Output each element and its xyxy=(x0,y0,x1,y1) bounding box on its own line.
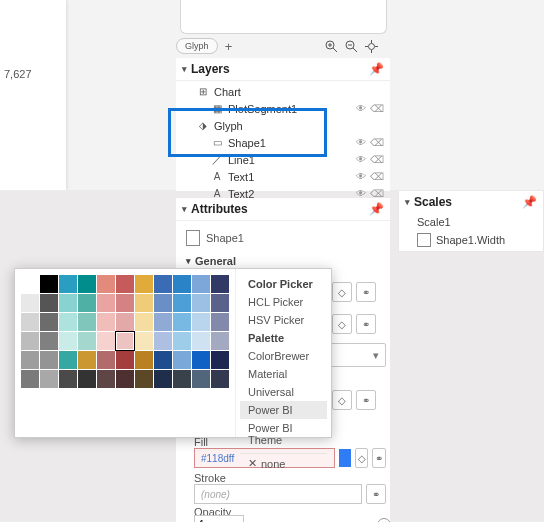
color-swatch[interactable] xyxy=(59,294,77,312)
attr-general-section[interactable]: ▾General xyxy=(186,255,380,267)
color-swatch[interactable] xyxy=(211,370,229,388)
color-swatch[interactable] xyxy=(97,275,115,293)
color-swatch[interactable] xyxy=(173,370,191,388)
color-swatch[interactable] xyxy=(21,275,39,293)
eye-icon[interactable]: 👁 xyxy=(356,171,366,182)
scales-header[interactable]: ▾ Scales 📌 xyxy=(399,191,543,213)
tree-text1[interactable]: AText1👁⌫ xyxy=(176,168,390,185)
color-swatch[interactable] xyxy=(40,351,58,369)
color-swatch[interactable] xyxy=(78,294,96,312)
erase-icon[interactable]: ⌫ xyxy=(370,103,384,114)
color-swatch[interactable] xyxy=(78,370,96,388)
bind-button[interactable]: ◇ xyxy=(332,314,352,334)
color-swatch[interactable] xyxy=(211,294,229,312)
glyph-chip[interactable]: Glyph xyxy=(176,38,218,54)
color-swatch[interactable] xyxy=(211,275,229,293)
color-swatch[interactable] xyxy=(135,351,153,369)
color-swatch[interactable] xyxy=(135,313,153,331)
color-swatch[interactable] xyxy=(192,332,210,350)
eye-icon[interactable]: 👁 xyxy=(356,137,366,148)
add-glyph-button[interactable]: + xyxy=(222,39,236,53)
color-swatch[interactable] xyxy=(192,294,210,312)
color-swatch[interactable] xyxy=(21,313,39,331)
eye-icon[interactable]: 👁 xyxy=(356,103,366,114)
color-swatch[interactable] xyxy=(97,332,115,350)
link-button[interactable]: ⚭ xyxy=(372,448,386,468)
picker-hsv[interactable]: HSV Picker xyxy=(240,311,327,329)
color-swatch[interactable] xyxy=(173,332,191,350)
layers-header[interactable]: ▾ Layers 📌 xyxy=(176,58,390,81)
color-swatch[interactable] xyxy=(59,275,77,293)
picker-universal[interactable]: Universal xyxy=(240,383,327,401)
color-swatch[interactable] xyxy=(116,370,134,388)
color-swatch[interactable] xyxy=(78,332,96,350)
color-swatch[interactable] xyxy=(211,313,229,331)
bind-button[interactable]: ◇ xyxy=(355,448,369,468)
color-swatch[interactable] xyxy=(97,294,115,312)
erase-icon[interactable]: ⌫ xyxy=(370,154,384,165)
color-swatch[interactable] xyxy=(173,294,191,312)
color-swatch[interactable] xyxy=(173,313,191,331)
color-swatch[interactable] xyxy=(97,313,115,331)
color-swatch[interactable] xyxy=(116,294,134,312)
zoom-out-icon[interactable] xyxy=(344,39,358,53)
color-swatch[interactable] xyxy=(173,275,191,293)
bind-button[interactable]: ◇ xyxy=(332,390,352,410)
pin-icon[interactable]: 📌 xyxy=(369,202,384,216)
color-swatch[interactable] xyxy=(97,351,115,369)
picker-powerbitheme[interactable]: Power BI Theme xyxy=(240,419,327,449)
color-swatch[interactable] xyxy=(135,370,153,388)
link-button[interactable]: ⚭ xyxy=(356,390,376,410)
picker-colorbrewer[interactable]: ColorBrewer xyxy=(240,347,327,365)
color-swatch[interactable] xyxy=(21,370,39,388)
tree-chart[interactable]: ⊞Chart xyxy=(176,83,390,100)
color-swatch[interactable] xyxy=(59,351,77,369)
tree-shape1[interactable]: ▭Shape1👁⌫ xyxy=(176,134,390,151)
color-swatch[interactable] xyxy=(116,351,134,369)
picker-hcl[interactable]: HCL Picker xyxy=(240,293,327,311)
color-swatch[interactable] xyxy=(135,275,153,293)
color-swatch[interactable] xyxy=(154,275,172,293)
color-swatch[interactable] xyxy=(154,370,172,388)
color-swatch[interactable] xyxy=(173,351,191,369)
color-swatch[interactable] xyxy=(59,313,77,331)
pin-icon[interactable]: 📌 xyxy=(522,195,537,209)
color-swatch[interactable] xyxy=(154,351,172,369)
tree-plotsegment[interactable]: ▦PlotSegment1👁⌫ xyxy=(176,100,390,117)
erase-icon[interactable]: ⌫ xyxy=(370,137,384,148)
picker-material[interactable]: Material xyxy=(240,365,327,383)
bind-button[interactable]: ◇ xyxy=(332,282,352,302)
color-swatch[interactable] xyxy=(192,313,210,331)
color-swatch[interactable] xyxy=(211,332,229,350)
erase-icon[interactable]: ⌫ xyxy=(370,171,384,182)
link-button[interactable]: ⚭ xyxy=(356,282,376,302)
scales-shapewidth[interactable]: Shape1.Width xyxy=(399,231,543,249)
color-swatch[interactable] xyxy=(40,294,58,312)
color-swatch[interactable] xyxy=(97,370,115,388)
fit-icon[interactable] xyxy=(364,39,378,53)
color-swatch[interactable] xyxy=(192,275,210,293)
tree-line1[interactable]: ／Line1👁⌫ xyxy=(176,151,390,168)
color-swatch[interactable] xyxy=(21,294,39,312)
picker-none[interactable]: ✕none xyxy=(240,453,327,473)
link-button[interactable]: ⚭ xyxy=(366,484,386,504)
color-swatch[interactable] xyxy=(135,294,153,312)
attributes-header[interactable]: ▾ Attributes 📌 xyxy=(176,198,390,221)
picker-powerbi[interactable]: Power BI xyxy=(240,401,327,419)
pin-icon[interactable]: 📌 xyxy=(369,62,384,76)
color-swatch[interactable] xyxy=(116,332,134,350)
color-swatch[interactable] xyxy=(21,332,39,350)
color-swatch[interactable] xyxy=(211,351,229,369)
color-swatch[interactable] xyxy=(40,332,58,350)
color-swatch[interactable] xyxy=(40,275,58,293)
color-swatch[interactable] xyxy=(59,370,77,388)
color-swatch[interactable] xyxy=(192,351,210,369)
color-swatch[interactable] xyxy=(154,332,172,350)
color-swatch[interactable] xyxy=(21,351,39,369)
color-swatch[interactable] xyxy=(78,313,96,331)
link-button[interactable]: ⚭ xyxy=(356,314,376,334)
color-swatch[interactable] xyxy=(116,275,134,293)
eye-icon[interactable]: 👁 xyxy=(356,154,366,165)
stroke-input[interactable] xyxy=(194,484,362,504)
color-swatch[interactable] xyxy=(40,313,58,331)
